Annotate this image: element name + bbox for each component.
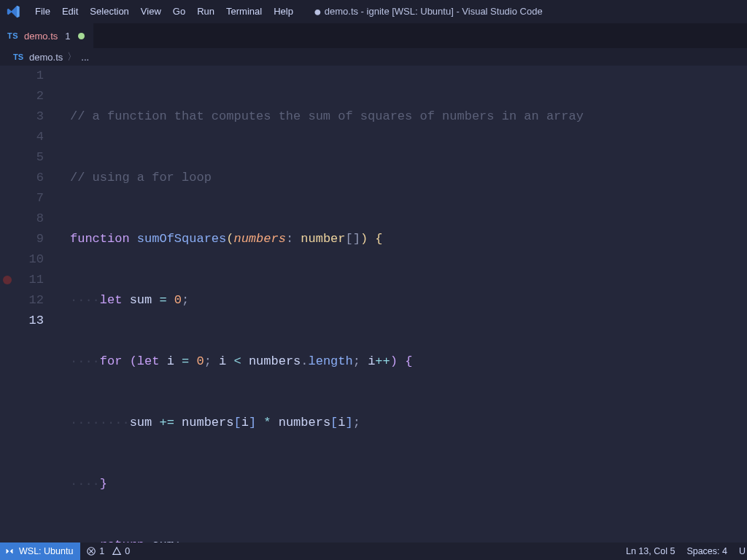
line-number[interactable]: 13 xyxy=(0,311,60,331)
error-icon xyxy=(86,546,96,556)
breadcrumb-rest: ... xyxy=(81,52,89,63)
code-content[interactable]: // a function that computes the sum of s… xyxy=(70,66,747,542)
code-line[interactable]: // a function that computes the sum of s… xyxy=(70,106,747,127)
menu-terminal[interactable]: Terminal xyxy=(220,0,268,23)
chevron-right-icon: 〉 xyxy=(67,50,77,63)
breakpoint-dot-icon[interactable] xyxy=(3,276,12,284)
remote-indicator[interactable]: WSL: Ubuntu xyxy=(0,542,80,560)
line-number[interactable]: 6 xyxy=(0,168,60,188)
menu-selection[interactable]: Selection xyxy=(84,0,134,23)
line-number[interactable]: 5 xyxy=(0,147,60,168)
line-number[interactable]: 1 xyxy=(0,66,60,86)
code-editor[interactable]: 1 2 3 4 5 6 7 8 9 10 11 12 13 // a funct… xyxy=(0,66,747,542)
problems-indicator[interactable]: 1 0 xyxy=(80,546,136,556)
line-number[interactable]: 10 xyxy=(0,249,60,270)
menu-run[interactable]: Run xyxy=(191,0,220,23)
warning-icon xyxy=(112,546,122,556)
status-bar: WSL: Ubuntu 1 0 Ln 13, Col 5 Spaces: 4 U xyxy=(0,542,747,560)
tab-problem-count: 1 xyxy=(65,31,70,42)
typescript-icon: TS xyxy=(7,31,18,40)
remote-icon xyxy=(4,546,15,556)
code-line[interactable]: ····} xyxy=(70,474,747,494)
line-number[interactable]: 4 xyxy=(0,127,60,147)
menu-view[interactable]: View xyxy=(135,0,167,23)
breadcrumb-file: demo.ts xyxy=(29,52,63,63)
line-number[interactable]: 8 xyxy=(0,209,60,229)
cursor-position[interactable]: Ln 13, Col 5 xyxy=(620,546,681,556)
window-title: ●demo.ts - ignite [WSL: Ubuntu] - Visual… xyxy=(314,4,543,20)
code-line[interactable]: ····for (let i = 0; i < numbers.length; … xyxy=(70,351,747,372)
breadcrumb[interactable]: TS demo.ts 〉 ... xyxy=(0,48,747,66)
vscode-logo-icon xyxy=(6,4,22,20)
menu-help[interactable]: Help xyxy=(268,0,299,23)
indentation-status[interactable]: Spaces: 4 xyxy=(681,546,733,556)
line-number[interactable]: 9 xyxy=(0,229,60,249)
code-line[interactable]: function sumOfSquares(numbers: number[])… xyxy=(70,229,747,249)
line-number-gutter[interactable]: 1 2 3 4 5 6 7 8 9 10 11 12 13 xyxy=(0,66,60,331)
line-number[interactable]: 3 xyxy=(0,106,60,127)
menu-edit[interactable]: Edit xyxy=(56,0,84,23)
code-line[interactable]: ····let sum = 0; xyxy=(70,290,747,311)
menu-go[interactable]: Go xyxy=(167,0,191,23)
code-line[interactable]: ····return sum; xyxy=(70,535,747,542)
menu-file[interactable]: File xyxy=(29,0,56,23)
typescript-icon: TS xyxy=(13,52,23,61)
line-number[interactable]: 2 xyxy=(0,86,60,106)
menu-bar: File Edit Selection View Go Run Terminal… xyxy=(0,0,747,23)
code-line[interactable]: // using a for loop xyxy=(70,168,747,188)
line-number[interactable]: 11 xyxy=(0,270,60,290)
line-number[interactable]: 7 xyxy=(0,188,60,209)
line-number[interactable]: 12 xyxy=(0,290,60,311)
tab-bar: TS demo.ts 1 xyxy=(0,23,747,48)
tab-demo-ts[interactable]: TS demo.ts 1 xyxy=(0,23,93,48)
code-line[interactable]: ········sum += numbers[i] * numbers[i]; xyxy=(70,413,747,433)
encoding-status[interactable]: U xyxy=(733,546,747,556)
tab-filename: demo.ts xyxy=(24,31,58,42)
unsaved-dot-icon xyxy=(78,33,85,39)
